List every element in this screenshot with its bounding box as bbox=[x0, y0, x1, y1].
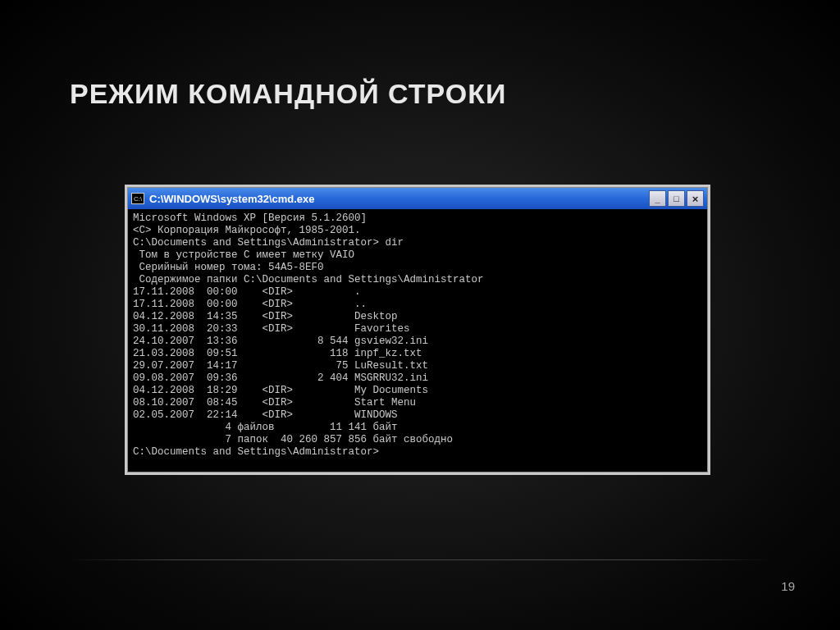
terminal-output[interactable]: Microsoft Windows XP [Версия 5.1.2600]<C… bbox=[128, 209, 707, 472]
terminal-line: 04.12.2008 18:29 <DIR> My Documents bbox=[133, 385, 702, 397]
slide-title: РЕЖИМ КОМАНДНОЙ СТРОКИ bbox=[70, 78, 506, 110]
terminal-line: 30.11.2008 20:33 <DIR> Favorites bbox=[133, 323, 702, 336]
terminal-line: C:\Documents and Settings\Administrator>… bbox=[133, 237, 702, 249]
minimize-button[interactable]: _ bbox=[649, 190, 666, 207]
close-button[interactable]: × bbox=[687, 190, 704, 207]
terminal-line: Microsoft Windows XP [Версия 5.1.2600] bbox=[133, 212, 702, 225]
terminal-line: 7 папок 40 260 857 856 байт свободно bbox=[133, 434, 702, 446]
window-titlebar[interactable]: C:\ C:\WINDOWS\system32\cmd.exe _ □ × bbox=[128, 188, 707, 209]
window-controls: _ □ × bbox=[649, 190, 704, 207]
terminal-line: 17.11.2008 00:00 <DIR> . bbox=[133, 286, 702, 299]
terminal-line: 17.11.2008 00:00 <DIR> .. bbox=[133, 299, 702, 311]
terminal-line: 08.10.2007 08:45 <DIR> Start Menu bbox=[133, 397, 702, 409]
terminal-line: 04.12.2008 14:35 <DIR> Desktop bbox=[133, 311, 702, 323]
terminal-line: 24.10.2007 13:36 8 544 gsview32.ini bbox=[133, 336, 702, 348]
terminal-line: 29.07.2007 14:17 75 LuResult.txt bbox=[133, 360, 702, 372]
terminal-line: 09.08.2007 09:36 2 404 MSGRRU32.ini bbox=[133, 372, 702, 385]
maximize-button[interactable]: □ bbox=[668, 190, 685, 207]
terminal-line: <C> Корпорация Майкрософт, 1985-2001. bbox=[133, 225, 702, 237]
terminal-line: 02.05.2007 22:14 <DIR> WINDOWS bbox=[133, 409, 702, 422]
cmd-icon: C:\ bbox=[131, 193, 144, 204]
window-title: C:\WINDOWS\system32\cmd.exe bbox=[149, 193, 649, 205]
slide-divider bbox=[70, 559, 770, 560]
terminal-line: Серийный номер тома: 54A5-8EF0 bbox=[133, 262, 702, 274]
terminal-line: 21.03.2008 09:51 118 inpf_kz.txt bbox=[133, 348, 702, 360]
terminal-line: C:\Documents and Settings\Administrator> bbox=[133, 446, 702, 459]
terminal-line: 4 файлов 11 141 байт bbox=[133, 422, 702, 434]
terminal-line: Том в устройстве C имеет метку VAIO bbox=[133, 249, 702, 262]
cmd-window: C:\ C:\WINDOWS\system32\cmd.exe _ □ × Mi… bbox=[127, 187, 708, 472]
page-number: 19 bbox=[781, 579, 795, 593]
terminal-line: Содержимое папки C:\Documents and Settin… bbox=[133, 274, 702, 286]
